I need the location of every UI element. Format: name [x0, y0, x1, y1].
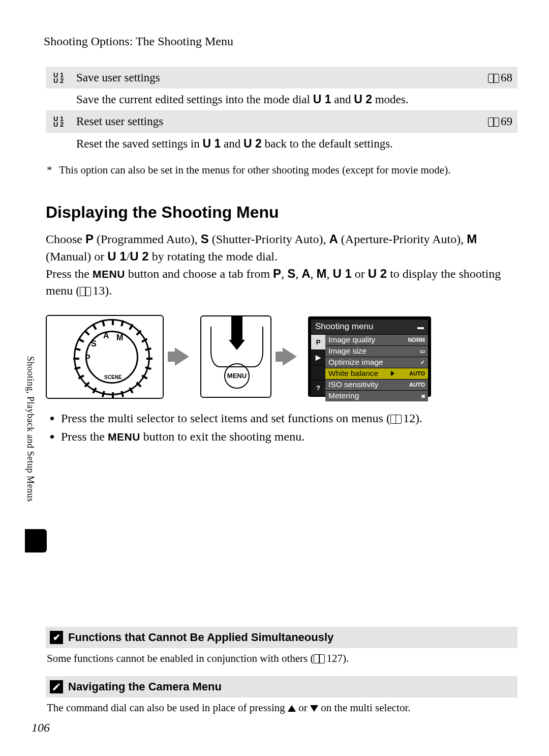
- side-tab-marker: [25, 529, 47, 553]
- body-paragraph: Choose P (Programmed Auto), S (Shutter-P…: [46, 230, 517, 265]
- list-item: Press the multi selector to select items…: [61, 409, 517, 427]
- note-block: ✔ Functions that Cannot Be Applied Simul…: [46, 627, 517, 671]
- body-paragraph: Press the MENU button and choose a tab f…: [46, 265, 517, 299]
- note-body: Some functions cannot be enabled in conj…: [46, 648, 517, 671]
- row-title: Reset user settings: [76, 110, 472, 132]
- lcd-row: Optimize image✓: [325, 357, 428, 368]
- table-row: U 1U 2 Reset user settings 69: [46, 110, 517, 132]
- pencil-icon: [50, 680, 63, 693]
- table-row: Save the current edited settings into th…: [46, 89, 517, 110]
- arrow-right-icon: [175, 347, 189, 366]
- lcd-tab: ?: [311, 380, 325, 395]
- lcd-row: White balanceAUTO: [325, 368, 428, 379]
- book-icon: [488, 118, 499, 127]
- triangle-down-icon: [310, 705, 318, 712]
- note-body: The command dial can also be used in pla…: [46, 697, 517, 720]
- table-row: Reset the saved settings in U 1 and U 2 …: [46, 133, 517, 155]
- u1u2-icon: U 1U 2: [46, 110, 76, 132]
- note-title: Navigating the Camera Menu: [68, 679, 222, 694]
- lcd-row: Metering◙: [325, 390, 428, 401]
- list-item: Press the MENU button to exit the shooti…: [61, 427, 517, 446]
- lcd-row: ISO sensitivityAUTO: [325, 379, 428, 390]
- book-icon: [390, 415, 402, 424]
- bullet-list: Press the multi selector to select items…: [61, 409, 517, 446]
- row-desc: Save the current edited settings into th…: [76, 89, 517, 110]
- page-ref: 68: [472, 67, 517, 89]
- lcd-tab: [311, 365, 325, 380]
- arrow-right-icon: [283, 347, 297, 366]
- page-number: 106: [32, 719, 50, 736]
- row-desc: Reset the saved settings in U 1 and U 2 …: [76, 133, 517, 155]
- lcd-screen-figure: Shooting menu▬ P▶ ? Image qualityNORMIma…: [308, 316, 431, 397]
- u1u2-icon: U 1U 2: [46, 67, 76, 89]
- menu-button: MENU: [224, 363, 250, 389]
- page-ref: 69: [472, 110, 517, 132]
- check-icon: ✔: [50, 631, 63, 644]
- lcd-tab: P: [311, 334, 325, 350]
- section-heading: Displaying the Shooting Menu: [46, 201, 517, 223]
- lcd-row: Image qualityNORM: [325, 334, 428, 345]
- book-icon: [314, 654, 325, 663]
- side-tab-label: Shooting, Playback and Setup Menus: [24, 356, 37, 502]
- table-row: U 1U 2 Save user settings 68: [46, 67, 517, 89]
- lcd-title: Shooting menu: [315, 321, 373, 333]
- book-icon: [488, 74, 499, 83]
- page-header: Shooting Options: The Shooting Menu: [44, 33, 517, 49]
- lcd-row: Image size▭: [325, 345, 428, 357]
- settings-table: U 1U 2 Save user settings 68 Save the cu…: [46, 67, 517, 154]
- note-title: Functions that Cannot Be Applied Simulta…: [68, 630, 333, 645]
- battery-icon: ▬: [417, 323, 424, 332]
- footnote: *This option can also be set in the menu…: [47, 163, 517, 177]
- row-title: Save user settings: [76, 67, 472, 89]
- menu-button-figure: MENU: [200, 315, 271, 398]
- lcd-tab: ▶: [311, 350, 325, 365]
- note-block: Navigating the Camera Menu The command d…: [46, 676, 517, 720]
- mode-dial-figure: P S A M SCENE: [46, 315, 164, 399]
- figure-row: P S A M SCENE MENU Shooting menu▬ P▶ ? I…: [46, 315, 517, 399]
- triangle-up-icon: [288, 705, 296, 712]
- book-icon: [80, 287, 91, 296]
